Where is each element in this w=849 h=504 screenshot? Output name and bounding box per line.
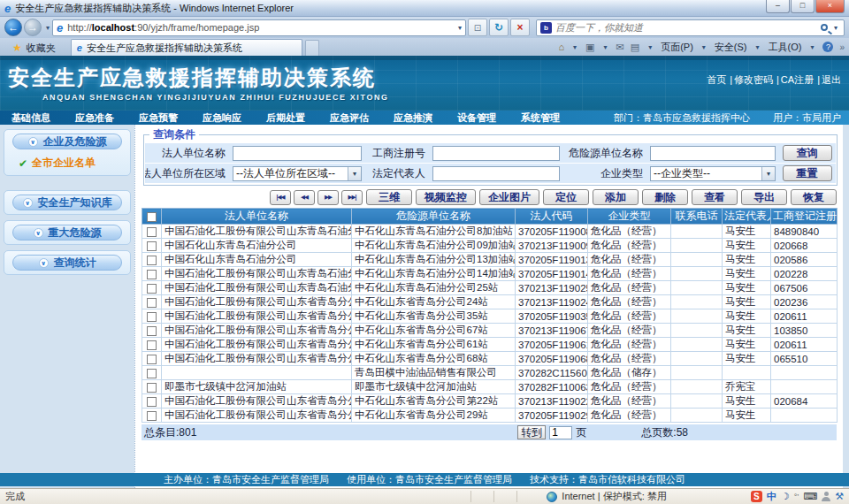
sidebar-item-query-stats[interactable]: ∨ 查询统计 xyxy=(12,255,122,271)
paging-button[interactable]: ▶▶ xyxy=(317,190,339,205)
legal-name-input[interactable] xyxy=(233,146,362,161)
print-icon[interactable]: ▤ xyxy=(631,42,639,53)
row-checkbox[interactable] xyxy=(147,340,157,350)
representative-input[interactable] xyxy=(432,166,560,181)
page-menu[interactable]: 页面(P) xyxy=(661,41,693,54)
table-row[interactable]: 中国石油化工股份有限公司山东省青岛分公司 中石化山东省青岛分公司第22站 370… xyxy=(142,394,838,409)
query-button[interactable]: 查询 xyxy=(783,145,832,161)
chinese-lang-icon[interactable]: 中 xyxy=(767,490,776,503)
forward-button[interactable]: → xyxy=(24,19,42,36)
table-row[interactable]: 中国石油化工股份有限公司山东省青岛分公司 中石化山东省青岛分公司67站 3702… xyxy=(142,324,838,338)
search-input[interactable] xyxy=(555,22,819,33)
toolbar-button[interactable]: 导出 xyxy=(741,189,787,205)
user-tray-icon[interactable] xyxy=(822,492,830,501)
search-dropdown-icon[interactable]: ▾ xyxy=(834,24,838,32)
safety-menu[interactable]: 安全(S) xyxy=(715,41,747,54)
header-link[interactable]: CA注册 xyxy=(773,73,814,87)
row-checkbox[interactable] xyxy=(147,298,157,308)
sidebar-item-enterprise-hazard[interactable]: ∨ 企业及危险源 xyxy=(12,134,122,149)
search-magnifier-icon[interactable] xyxy=(821,24,828,31)
refresh-button[interactable]: ↻ xyxy=(489,19,509,36)
moon-ime-icon[interactable]: ☽ xyxy=(781,491,790,502)
close-button[interactable]: × xyxy=(815,0,845,13)
sidebar-item-major-hazard[interactable]: ∨ 重大危险源 xyxy=(12,225,122,241)
toolbar-button[interactable]: 恢复 xyxy=(791,189,837,205)
keyboard-icon[interactable]: ⌨ xyxy=(803,491,817,502)
table-row[interactable]: 中国石油化工股份有限公司山东省青岛分公司 中石化山东省青岛分公司61站 3702… xyxy=(142,338,838,352)
row-checkbox[interactable] xyxy=(147,284,157,294)
history-dropdown-icon[interactable]: ▾ xyxy=(46,24,50,32)
paging-button[interactable]: ▶▶| xyxy=(341,190,363,205)
feeds-icon[interactable]: ▣ xyxy=(585,42,594,53)
table-row[interactable]: 中国石油化工股份有限公司山东青岛石油分公司 中石化山东青岛石油分公司25站 37… xyxy=(142,281,838,295)
search-box[interactable]: b ▾ xyxy=(536,19,845,36)
row-checkbox[interactable] xyxy=(147,326,157,336)
table-row[interactable]: 中国石化山东青岛石油分公司 中石化山东青岛石油分公司09加油站 370213F1… xyxy=(142,239,838,253)
select-all-checkbox[interactable] xyxy=(147,212,157,222)
table-row[interactable]: 中国石油化工股份有限公司山东青岛石油分公司 中石化山东青岛石油分公司14加油站 … xyxy=(142,267,838,281)
menu-item[interactable]: 应急推演 xyxy=(382,111,446,125)
address-dropdown-icon[interactable]: ▾ xyxy=(458,24,462,32)
compatibility-view-icon[interactable]: ⊡ xyxy=(468,19,487,36)
menu-item[interactable]: 应急准备 xyxy=(64,111,127,125)
goto-page-input[interactable] xyxy=(549,426,572,439)
table-row[interactable]: 中国石油化工股份有限公司山东省青岛分公司 中石化山东省青岛分公司29站 3702… xyxy=(142,409,838,423)
paging-button[interactable]: ◀◀ xyxy=(294,190,315,205)
home-icon[interactable]: ⌂ xyxy=(558,42,564,52)
header-link[interactable]: 退出 xyxy=(814,73,841,87)
menu-item[interactable]: 应急响应 xyxy=(191,111,255,125)
menu-item[interactable]: 应急评估 xyxy=(318,111,382,125)
minimize-button[interactable]: – xyxy=(766,0,790,13)
punctuation-ime-icon[interactable]: °’ xyxy=(794,493,799,501)
table-row[interactable]: 中国石油化工股份有限公司山东省青岛分公司 中石化山东省青岛分公司35站 3702… xyxy=(142,309,838,324)
toolbar-button[interactable]: 删除 xyxy=(642,189,688,205)
more-commands-icon[interactable]: » xyxy=(839,42,845,52)
row-checkbox[interactable] xyxy=(147,227,157,237)
row-checkbox[interactable] xyxy=(147,369,157,378)
row-checkbox[interactable] xyxy=(147,270,157,279)
reset-button[interactable]: 重置 xyxy=(783,165,832,181)
menu-item[interactable]: 系统管理 xyxy=(509,111,573,125)
row-checkbox[interactable] xyxy=(147,411,157,421)
toolbar-button[interactable]: 三维 xyxy=(366,189,412,205)
menu-item[interactable]: 应急预警 xyxy=(127,111,191,125)
mail-icon[interactable]: ✉ xyxy=(616,42,624,53)
table-row[interactable]: 中国石化山东青岛石油分公司 中石化山东青岛石油分公司13加油站 370205F1… xyxy=(142,253,838,267)
help-icon[interactable]: ? xyxy=(822,42,833,52)
tab-active[interactable]: e 安全生产应急救援指挥辅助决策系统 xyxy=(71,39,302,56)
hazard-name-input[interactable] xyxy=(650,146,776,161)
row-checkbox[interactable] xyxy=(147,256,157,265)
header-link[interactable]: 修改密码 xyxy=(726,73,773,87)
table-row[interactable]: 中国石油化工股份有限公司山东省青岛分公司 中石化山东省青岛分公司68站 3702… xyxy=(142,352,838,366)
sidebar-item-knowledge-base[interactable]: ∨ 安全生产知识库 xyxy=(12,195,122,210)
menu-item[interactable]: 设备管理 xyxy=(446,111,509,125)
area-select[interactable]: --法人单位所在区域-- ▾ xyxy=(233,166,362,181)
print-dropdown-icon[interactable]: ▾ xyxy=(648,43,652,51)
goto-button[interactable]: 转到 xyxy=(517,425,546,439)
home-dropdown-icon[interactable]: ▾ xyxy=(573,43,577,51)
maximize-button[interactable]: □ xyxy=(791,0,815,13)
sidebar-item-city-enterprise-list[interactable]: ✔ 全市企业名单 xyxy=(19,156,130,171)
reg-no-input[interactable] xyxy=(432,146,560,161)
paging-button[interactable]: |◀◀ xyxy=(270,190,291,205)
row-checkbox[interactable] xyxy=(147,312,157,322)
feeds-dropdown-icon[interactable]: ▾ xyxy=(604,43,608,51)
type-select[interactable]: --企业类型-- ▾ xyxy=(650,166,776,181)
menu-item[interactable]: 基础信息 xyxy=(0,111,64,125)
tools-menu[interactable]: 工具(O) xyxy=(769,41,802,54)
address-bar[interactable]: e http://localhost:90/yjzh/frame/homepag… xyxy=(52,19,466,36)
header-link[interactable]: 首页 xyxy=(707,73,726,87)
sogou-ime-icon[interactable]: S xyxy=(751,491,762,502)
row-checkbox[interactable] xyxy=(147,241,157,251)
row-checkbox[interactable] xyxy=(147,355,157,364)
toolbar-button[interactable]: 视频监控 xyxy=(416,189,476,205)
table-row[interactable]: 青岛田横中油油品销售有限公司 370282C115602 危化品（储存） xyxy=(142,366,838,380)
menu-item[interactable]: 后期处置 xyxy=(255,111,318,125)
table-row[interactable]: 即墨市七级镇中岔河加油站 即墨市七级镇中岔河加油站 370282F110063 … xyxy=(142,380,838,394)
table-row[interactable]: 中国石油化工股份有限公司山东青岛石油分公司 中石化山东青岛石油分公司8加油站 3… xyxy=(142,225,838,239)
row-checkbox[interactable] xyxy=(147,397,157,407)
stop-button[interactable]: × xyxy=(510,19,530,36)
toolbar-button[interactable]: 添加 xyxy=(593,189,639,205)
toolbar-button[interactable]: 查看 xyxy=(692,189,738,205)
wrench-tray-icon[interactable]: ⚒ xyxy=(835,491,844,502)
